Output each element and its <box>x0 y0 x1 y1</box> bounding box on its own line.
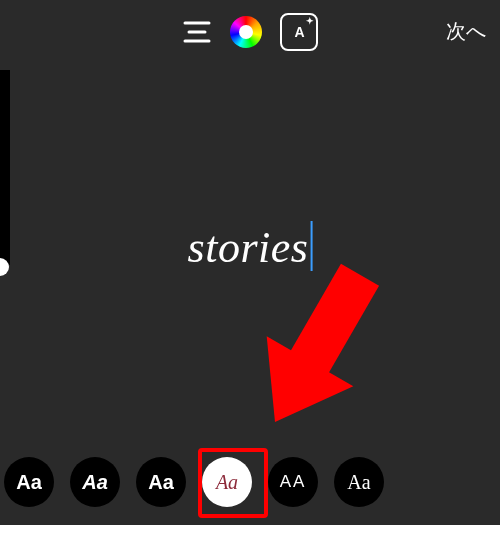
topbar-center: A ✦ <box>182 13 318 51</box>
next-button[interactable]: 次へ <box>446 18 486 45</box>
font-option-5[interactable]: AA <box>268 457 318 507</box>
font-option-1[interactable]: Aa <box>4 457 54 507</box>
text-input[interactable]: stories <box>188 222 313 273</box>
font-option-2[interactable]: Aa <box>70 457 120 507</box>
story-editor: A ✦ 次へ stories Aa Aa Aa Aa AA Aa <box>0 0 500 525</box>
font-option-6[interactable]: Aa <box>334 457 384 507</box>
effects-label: A <box>294 24 303 40</box>
color-picker-icon[interactable] <box>230 16 262 48</box>
sparkle-icon: ✦ <box>306 17 313 26</box>
canvas[interactable]: stories <box>0 64 500 445</box>
font-selector-row[interactable]: Aa Aa Aa Aa AA Aa <box>0 451 500 513</box>
topbar: A ✦ 次へ <box>0 0 500 64</box>
align-icon[interactable] <box>182 19 212 45</box>
font-option-4-selected[interactable]: Aa <box>202 457 252 507</box>
text-effects-button[interactable]: A ✦ <box>280 13 318 51</box>
font-option-3[interactable]: Aa <box>136 457 186 507</box>
text-caret <box>310 221 312 271</box>
text-input-value: stories <box>188 222 309 273</box>
